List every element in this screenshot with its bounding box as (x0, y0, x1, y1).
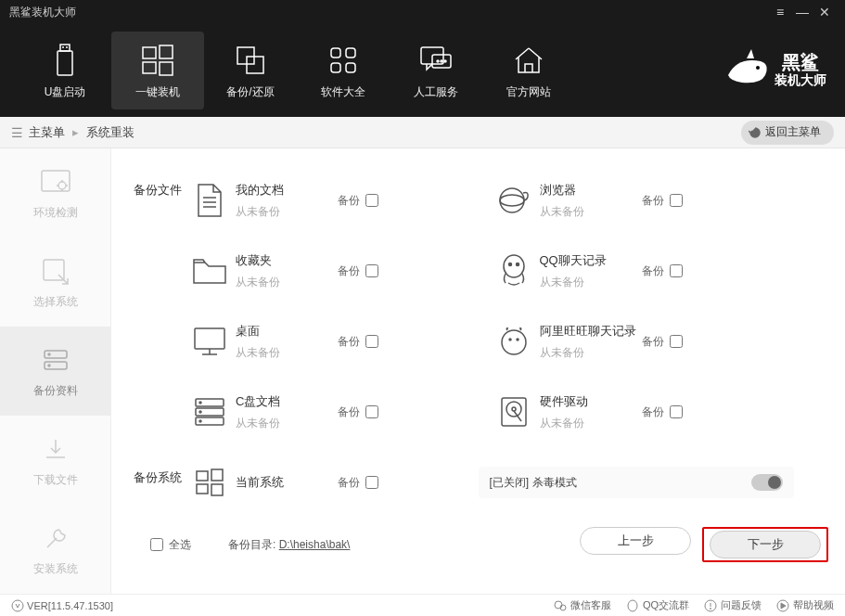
select-all-checkbox[interactable]: 全选 (150, 537, 191, 553)
nav-backup[interactable]: 备份/还原 (204, 32, 297, 109)
sidebar-item-download[interactable]: 下载文件 (0, 416, 110, 505)
download-icon (43, 433, 69, 467)
sidebar: 环境检测 选择系统 备份资料 下载文件 安装系统 (0, 148, 111, 594)
backup-checkbox[interactable]: 备份 (338, 404, 378, 420)
sidebar-item-env[interactable]: 环境检测 (0, 148, 110, 237)
backup-checkbox[interactable]: 备份 (642, 334, 683, 350)
svg-rect-51 (211, 469, 223, 481)
back-main-button[interactable]: 返回主菜单 (741, 121, 834, 145)
wangwang-icon (488, 326, 540, 357)
svg-rect-53 (211, 484, 223, 495)
svg-point-49 (512, 407, 516, 411)
svg-rect-5 (160, 45, 173, 58)
svg-point-31 (500, 195, 524, 206)
list-icon: ☰ (11, 125, 23, 140)
svg-rect-1 (60, 45, 70, 51)
sidebar-item-install[interactable]: 安装系统 (0, 505, 110, 594)
svg-rect-52 (197, 484, 208, 494)
item-title: 硬件驱动 (540, 393, 642, 410)
prev-button[interactable]: 上一步 (580, 527, 691, 555)
wechat-icon (554, 599, 567, 612)
copy-icon (235, 42, 266, 79)
svg-point-17 (441, 60, 442, 62)
backup-dir: 备份目录: D:\heisha\bak\ (228, 537, 350, 553)
footer-wechat[interactable]: 微信客服 (554, 598, 611, 612)
backup-dir-link[interactable]: D:\heisha\bak\ (279, 538, 351, 551)
nav-service[interactable]: 人工服务 (390, 32, 482, 109)
select-icon (42, 255, 70, 289)
svg-point-55 (555, 601, 562, 609)
svg-rect-11 (346, 48, 355, 58)
app-title: 黑鲨装机大师 (9, 5, 769, 20)
sidebar-item-system[interactable]: 选择系统 (0, 237, 110, 327)
svg-point-30 (500, 188, 524, 212)
play-icon (776, 599, 789, 612)
antivirus-status: [已关闭] (490, 475, 530, 491)
svg-point-40 (517, 339, 519, 340)
minimize-icon[interactable]: — (791, 5, 813, 19)
svg-point-44 (199, 402, 201, 404)
nav-software[interactable]: 软件大全 (297, 32, 390, 109)
nav-install[interactable]: 一键装机 (111, 32, 204, 109)
svg-point-46 (199, 420, 201, 422)
qq-icon (488, 253, 540, 289)
item-title: 桌面 (236, 323, 338, 340)
backup-checkbox[interactable]: 备份 (642, 404, 683, 420)
version-text: VER[11.5.47.1530] (27, 600, 113, 611)
item-title: 我的文档 (236, 182, 338, 199)
svg-point-19 (756, 66, 760, 70)
svg-point-45 (199, 411, 201, 413)
svg-rect-6 (143, 62, 156, 73)
svg-point-33 (508, 263, 511, 266)
document-icon (184, 183, 236, 218)
svg-point-21 (58, 182, 66, 189)
svg-rect-7 (160, 62, 173, 75)
item-title: QQ聊天记录 (540, 252, 642, 269)
antivirus-toggle[interactable] (751, 474, 783, 491)
svg-point-18 (444, 60, 446, 62)
svg-rect-8 (237, 47, 254, 64)
item-title: 阿里旺旺聊天记录 (540, 323, 642, 340)
antivirus-panel: [已关闭] 杀毒模式 (479, 467, 794, 498)
svg-point-26 (48, 365, 50, 366)
footer-qq[interactable]: QQ交流群 (626, 598, 689, 612)
backup-checkbox[interactable]: 备份 (338, 263, 378, 279)
feedback-icon (704, 599, 717, 612)
nav-usb[interactable]: U盘启动 (19, 32, 111, 109)
backup-checkbox[interactable]: 备份 (642, 263, 683, 279)
folder-icon (184, 257, 236, 285)
svg-rect-0 (58, 51, 72, 75)
version-icon (11, 599, 24, 612)
svg-rect-10 (331, 48, 340, 58)
backup-checkbox[interactable]: 备份 (338, 334, 378, 350)
svg-point-57 (628, 600, 637, 611)
backup-checkbox[interactable]: 备份 (338, 193, 378, 209)
env-icon (40, 166, 71, 199)
hdd-icon (488, 395, 540, 429)
backup-checkbox[interactable]: 备份 (642, 193, 683, 209)
svg-rect-13 (346, 63, 355, 72)
chevron-right-icon: ▸ (72, 125, 79, 139)
close-icon[interactable]: ✕ (813, 5, 836, 19)
footer-feedback[interactable]: 问题反馈 (704, 598, 762, 612)
top-nav: U盘启动 一键装机 备份/还原 软件大全 人工服务 官方网站 黑鲨 装机大 (0, 24, 845, 117)
titlebar: 黑鲨装机大师 ≡ — ✕ (0, 0, 845, 24)
menu-icon[interactable]: ≡ (769, 5, 791, 19)
nav-website[interactable]: 官方网站 (482, 32, 575, 109)
next-button[interactable]: 下一步 (710, 531, 821, 558)
footer-help[interactable]: 帮助视频 (776, 598, 834, 612)
section-files-label: 备份文件 (134, 182, 182, 199)
main-panel: 备份文件 我的文档从未备份 备份 浏览器从未备份 备份 收藏夹从未备份 备份 (111, 148, 845, 594)
svg-point-16 (437, 60, 439, 62)
breadcrumb-root[interactable]: 主菜单 (29, 124, 65, 141)
svg-rect-9 (247, 57, 263, 73)
sidebar-item-backup[interactable]: 备份资料 (0, 327, 110, 416)
svg-rect-50 (197, 471, 208, 481)
footer: VER[11.5.47.1530] 微信客服 QQ交流群 问题反馈 帮助视频 (0, 594, 845, 616)
home-icon (513, 42, 544, 79)
svg-point-25 (48, 353, 50, 355)
windows-icon (184, 467, 236, 498)
backup-checkbox[interactable]: 备份 (338, 475, 378, 491)
svg-rect-4 (143, 47, 156, 58)
svg-point-48 (506, 402, 521, 417)
